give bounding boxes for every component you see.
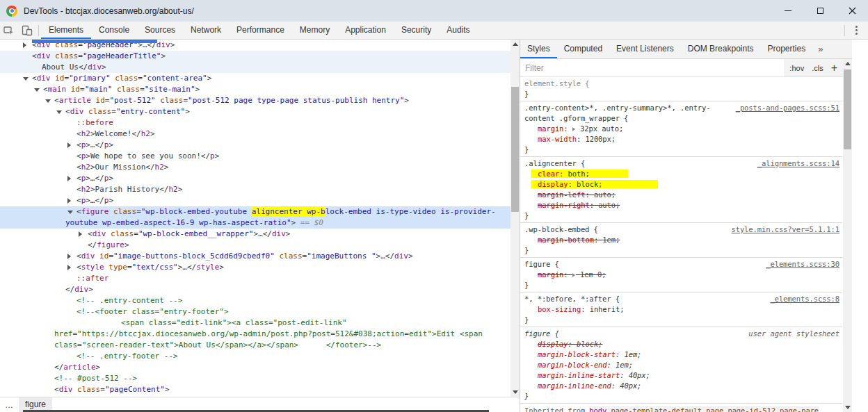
scroll-down-icon[interactable] [843, 403, 852, 412]
breadcrumb-overflow[interactable]: … [0, 400, 19, 410]
tree-row[interactable]: </article> [0, 362, 511, 373]
inherited-from-node-link[interactable]: body.page-template-default.page.page-id-… [589, 406, 819, 412]
tree-row[interactable]: <div id="primary" class="content-area"> [0, 73, 511, 84]
css-declaration[interactable]: display: block; [524, 339, 839, 349]
css-declaration[interactable]: box-sizing: inherit; [524, 304, 839, 315]
css-declaration[interactable]: margin-inline-end: 40px; [524, 381, 839, 391]
tab-performance[interactable]: Performance [229, 22, 292, 39]
tree-row[interactable]: <div class="entry-content"> [0, 106, 511, 117]
stylesheet-source-link[interactable]: _posts-and-pages.scss:51 [736, 103, 839, 113]
shorthand-expand-icon[interactable] [572, 127, 575, 131]
tree-row[interactable]: <div class="pageContent"> [0, 384, 511, 395]
scroll-up-icon[interactable] [843, 59, 852, 68]
tree-row[interactable]: <span class="edit-link"><a class="post-e… [0, 318, 511, 329]
tab-sources[interactable]: Sources [137, 22, 183, 39]
css-declaration[interactable]: margin-bottom: 1em; [524, 235, 839, 245]
scrollbar-thumb[interactable] [511, 87, 519, 212]
tree-row[interactable]: <p>…</p> [0, 173, 511, 184]
tab-elements[interactable]: Elements [41, 22, 91, 39]
twisty-collapsed-icon[interactable] [67, 142, 71, 148]
tab-computed[interactable]: Computed [557, 40, 609, 58]
tree-row[interactable]: <!--<footer class="entry-footer"> [0, 306, 511, 318]
rule-selector[interactable]: .aligncenter { [524, 159, 585, 167]
styles-scrollbar[interactable] [843, 59, 852, 412]
tree-row[interactable]: </figure> [0, 240, 511, 251]
elements-scrollbar[interactable] [511, 40, 520, 397]
css-declaration[interactable]: margin-block-end: 1em; [524, 360, 839, 370]
tree-row[interactable]: youtube wp-embed-aspect-16-9 wp-has-aspe… [0, 217, 511, 229]
close-button[interactable] [836, 0, 868, 22]
rule-selector[interactable]: content .gform_wrapper { [524, 114, 628, 122]
twisty-expanded-icon[interactable] [34, 88, 40, 92]
twisty-collapsed-icon[interactable] [67, 265, 71, 270]
rule-selector[interactable]: *, *:before, *:after { [524, 295, 620, 303]
tree-row[interactable]: <!-- .entry-content --> [0, 295, 511, 306]
rule-selector[interactable]: figure { [524, 260, 559, 268]
tree-row[interactable]: <div id="image-buttons-block_5cdd6d9cbed… [0, 251, 511, 262]
maximize-button[interactable] [804, 0, 836, 22]
twisty-expanded-icon[interactable] [45, 99, 51, 103]
tree-row[interactable]: <h2>Our Mission</h2> [0, 162, 511, 173]
tab-dom-breakpoints[interactable]: DOM Breakpoints [681, 40, 761, 58]
tree-row[interactable]: <p>…</p> [0, 195, 511, 206]
minimize-button[interactable] [772, 0, 804, 22]
tree-row[interactable]: <h2>Welcome!</h2> [0, 129, 511, 140]
twisty-expanded-icon[interactable] [67, 211, 73, 214]
rule-selector[interactable]: element.style { [524, 79, 589, 88]
rule-selector[interactable]: figure { [524, 329, 559, 338]
twisty-expanded-icon[interactable] [23, 77, 29, 81]
pseudo-state-button[interactable]: :hov [789, 64, 804, 72]
tree-row[interactable]: href="https://btccjax.diocesanweb.org/wp… [0, 329, 511, 340]
twisty-collapsed-icon[interactable] [79, 231, 82, 237]
css-declaration[interactable]: margin: 1em 0; [524, 270, 839, 280]
inspect-element-button[interactable] [0, 22, 18, 39]
tree-row[interactable]: <p>…</p> [0, 140, 511, 151]
filter-input[interactable] [520, 59, 784, 76]
more-tabs-icon[interactable]: » [812, 44, 828, 54]
scrollbar-thumb[interactable] [844, 69, 851, 149]
tree-row[interactable]: <!-- #post-512 --> [0, 373, 511, 384]
tree-row[interactable]: <style type="text/css">…</style> [0, 262, 511, 273]
tree-row[interactable]: <p>We hope to see you soon!</p> [0, 151, 511, 162]
css-declaration[interactable]: display: block; [524, 179, 839, 190]
stylesheet-source-link[interactable]: _elements.scss:8 [770, 294, 839, 304]
scroll-down-icon[interactable] [511, 388, 520, 397]
rule-selector[interactable]: .wp-block-embed { [524, 225, 598, 233]
tab-styles[interactable]: Styles [520, 40, 557, 58]
tab-event-listeners[interactable]: Event Listeners [609, 40, 681, 58]
tree-row[interactable]: <article id="post-512" class="post-512 p… [0, 95, 511, 106]
tree-row[interactable]: About Us</div> [0, 62, 511, 73]
stylesheet-source-link[interactable]: _elements.scss:30 [766, 259, 839, 270]
twisty-collapsed-icon[interactable] [23, 42, 26, 48]
twisty-collapsed-icon[interactable] [67, 254, 71, 259]
tree-row[interactable]: <main id="main" class="site-main"> [0, 84, 511, 95]
stylesheet-source-link[interactable]: style.min.css?ver=5.1.1:1 [731, 224, 839, 235]
tab-properties[interactable]: Properties [760, 40, 812, 58]
tree-row[interactable]: <h2>Parish History</h2> [0, 184, 511, 195]
tree-row[interactable]: class="screen-reader-text">About Us</spa… [0, 340, 511, 351]
tree-row[interactable]: <div class="pageHeaderTitle"> [0, 51, 511, 62]
shorthand-expand-icon[interactable] [572, 273, 575, 277]
class-toggle-button[interactable]: .cls [812, 64, 823, 72]
scroll-up-icon[interactable] [511, 40, 520, 49]
tab-console[interactable]: Console [91, 22, 137, 39]
tab-audits[interactable]: Audits [439, 22, 477, 39]
css-declaration[interactable]: max-width: 1200px; [524, 134, 839, 145]
tab-application[interactable]: Application [337, 22, 394, 39]
tab-network[interactable]: Network [183, 22, 229, 39]
tab-security[interactable]: Security [394, 22, 439, 39]
twisty-collapsed-icon[interactable] [67, 198, 71, 204]
css-declaration[interactable]: margin-left: auto; [524, 190, 839, 200]
css-declaration[interactable]: margin-inline-start: 40px; [524, 370, 839, 381]
stylesheet-source-link[interactable]: _alignments.scss:14 [757, 158, 839, 169]
more-options-button[interactable] [847, 22, 865, 39]
rule-selector[interactable]: .entry-content>*, .entry-summary>*, .ent… [524, 104, 711, 112]
twisty-collapsed-icon[interactable] [67, 176, 71, 181]
tree-row[interactable]: <div class="wp-block-embed__wrapper">…</… [0, 229, 511, 240]
device-toolbar-button[interactable] [18, 22, 36, 39]
css-declaration[interactable]: margin-block-start: 1em; [524, 349, 839, 360]
tree-row[interactable]: <!-- .entry-footer --> [0, 351, 511, 362]
css-declaration[interactable]: margin: 32px auto; [524, 124, 839, 134]
tree-row[interactable]: ::after [0, 273, 511, 284]
twisty-expanded-icon[interactable] [56, 110, 62, 114]
